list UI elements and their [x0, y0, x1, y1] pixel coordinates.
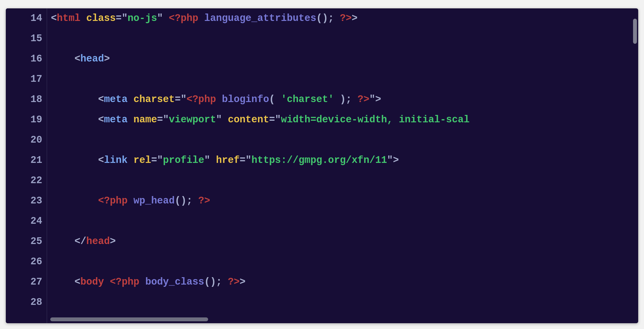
token-attr: name: [133, 114, 157, 125]
token-punct: ": [216, 114, 228, 125]
line-number: 26: [6, 252, 42, 272]
line-number: 21: [6, 150, 42, 171]
token-fn: body_class: [145, 277, 204, 287]
line-number-gutter: 141516171819202122232425262728: [6, 8, 47, 323]
token-punct: >: [352, 13, 358, 24]
token-str: 'charset': [281, 94, 334, 105]
line-number: 19: [6, 110, 42, 130]
line-number: 14: [6, 8, 42, 29]
token-tagb: link: [104, 155, 128, 166]
line-number: 23: [6, 191, 42, 211]
token-punct: ": [181, 94, 187, 105]
token-punct: =: [269, 114, 275, 125]
line-number: 28: [6, 292, 42, 313]
token-attr: href: [216, 155, 240, 166]
editor-frame: 141516171819202122232425262728 <html cla…: [6, 8, 638, 323]
token-tagb: meta: [104, 94, 128, 105]
token-punct: =: [151, 155, 157, 166]
token-punct: <: [51, 53, 81, 64]
token-str: profile: [163, 155, 204, 166]
token-punct: ": [369, 94, 375, 105]
token-punct: =: [116, 13, 121, 24]
token-tagb: meta: [104, 114, 128, 125]
token-punct: >: [110, 236, 116, 247]
code-line[interactable]: [51, 171, 638, 191]
token-php: <?php: [169, 13, 204, 24]
token-punct: [128, 94, 133, 105]
token-str: width=device-width, initial-scal: [281, 114, 470, 125]
code-line[interactable]: <?php wp_head(); ?>: [51, 191, 638, 211]
code-editor[interactable]: 141516171819202122232425262728 <html cla…: [6, 8, 638, 323]
token-php: ?>: [192, 195, 210, 206]
horizontal-scrollbar[interactable]: [50, 317, 632, 322]
token-punct: [51, 195, 98, 206]
token-punct: ": [157, 13, 169, 24]
token-punct: <: [51, 13, 57, 24]
token-str: no-js: [128, 13, 157, 24]
token-fn: bloginfo: [222, 94, 269, 105]
code-line[interactable]: [51, 292, 638, 313]
token-punct: ": [163, 114, 169, 125]
code-line[interactable]: <link rel="profile" href="https://gmpg.o…: [51, 150, 638, 171]
token-punct: ();: [316, 13, 334, 24]
token-punct: =: [157, 114, 163, 125]
horizontal-scrollbar-thumb[interactable]: [50, 317, 208, 321]
token-attr: content: [228, 114, 269, 125]
token-punct: [81, 13, 86, 24]
token-punct: ": [157, 155, 163, 166]
token-punct: <: [51, 94, 104, 105]
code-line[interactable]: <body <?php body_class(); ?>>: [51, 272, 638, 292]
code-line[interactable]: [51, 252, 638, 272]
token-punct: (: [269, 94, 281, 105]
token-php: ?>: [334, 13, 352, 24]
token-punct: ();: [204, 277, 222, 287]
token-punct: ();: [175, 195, 192, 206]
token-punct: </: [51, 236, 86, 247]
vertical-scrollbar[interactable]: [632, 8, 638, 323]
token-attr: class: [86, 13, 116, 24]
code-line[interactable]: <html class="no-js" <?php language_attri…: [51, 8, 638, 29]
token-tag: head: [86, 236, 110, 247]
token-punct: =: [175, 94, 180, 105]
token-punct: >: [393, 155, 399, 166]
code-line[interactable]: </head>: [51, 231, 638, 252]
token-attr: rel: [133, 155, 151, 166]
code-line[interactable]: <meta charset="<?php bloginfo( 'charset'…: [51, 89, 638, 110]
line-number: 20: [6, 130, 42, 150]
token-punct: ": [387, 155, 393, 166]
token-punct: ": [122, 13, 128, 24]
code-area[interactable]: <html class="no-js" <?php language_attri…: [47, 8, 638, 323]
vertical-scrollbar-thumb[interactable]: [633, 19, 637, 44]
token-punct: ": [204, 155, 216, 166]
token-tag: body: [81, 277, 104, 287]
token-tag: html: [57, 13, 80, 24]
code-line[interactable]: [51, 130, 638, 150]
token-punct: >: [104, 53, 110, 64]
token-php: <?php: [110, 277, 145, 287]
token-punct: <: [51, 114, 104, 125]
code-line[interactable]: <head>: [51, 49, 638, 69]
code-line[interactable]: [51, 211, 638, 231]
token-fn: wp_head: [133, 195, 175, 206]
token-tagb: head: [81, 53, 104, 64]
line-number: 27: [6, 272, 42, 292]
token-str: viewport: [169, 114, 216, 125]
token-punct: <: [51, 277, 81, 287]
token-punct: >: [240, 277, 245, 287]
line-number: 25: [6, 231, 42, 252]
code-line[interactable]: <meta name="viewport" content="width=dev…: [51, 110, 638, 130]
token-php: <?php: [187, 94, 222, 105]
token-punct: [128, 155, 133, 166]
line-number: 22: [6, 171, 42, 191]
code-line[interactable]: [51, 29, 638, 49]
code-line[interactable]: [51, 69, 638, 89]
token-punct: >: [375, 94, 381, 105]
line-number: 24: [6, 211, 42, 231]
line-number: 18: [6, 89, 42, 110]
token-punct: );: [334, 94, 352, 105]
token-punct: ": [275, 114, 281, 125]
token-php: ?>: [352, 94, 370, 105]
token-punct: [128, 114, 133, 125]
line-number: 16: [6, 49, 42, 69]
token-str: https://gmpg.org/xfn/11: [251, 155, 387, 166]
